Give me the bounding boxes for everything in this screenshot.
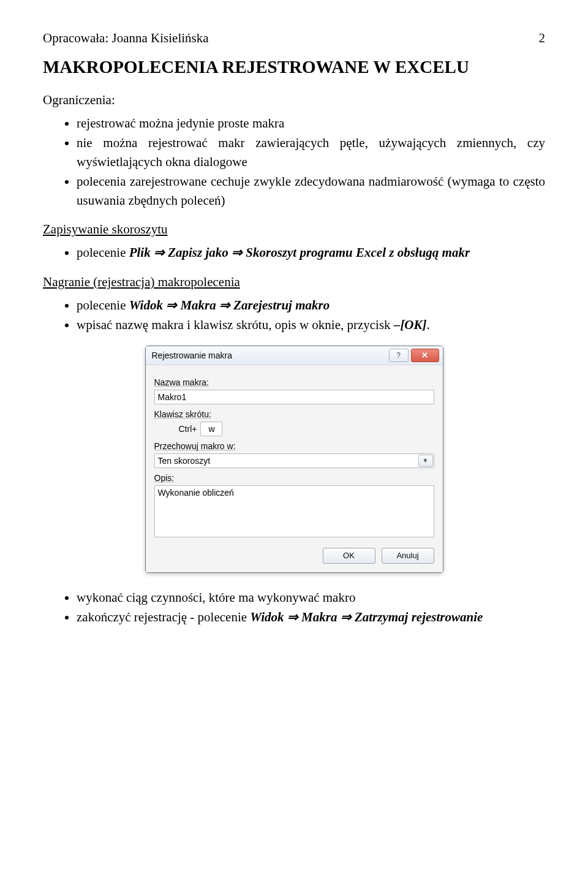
save-list: polecenie Plik ⇒ Zapisz jako ⇒ Skoroszyt…	[43, 243, 545, 262]
dialog-body: Nazwa makra: Klawisz skrótu: Ctrl+ Przec…	[146, 365, 443, 572]
author-line: Opracowała: Joanna Kisielińska	[43, 31, 209, 46]
shortcut-key-input[interactable]	[200, 422, 222, 436]
text: polecenie	[77, 298, 129, 312]
record-heading: Nagranie (rejestracja) makropolecenia	[43, 275, 545, 290]
shortcut-label: Klawisz skrótu:	[154, 409, 434, 419]
ctrl-label: Ctrl+	[179, 424, 197, 434]
after-list: wykonać ciąg czynności, które ma wykonyw…	[43, 588, 545, 627]
help-button[interactable]: ?	[389, 349, 409, 362]
cancel-button[interactable]: Anuluj	[382, 548, 434, 564]
list-item: polecenie Plik ⇒ Zapisz jako ⇒ Skoroszyt…	[77, 243, 545, 262]
page-header: Opracowała: Joanna Kisielińska 2	[43, 31, 545, 46]
record-macro-dialog: Rejestrowanie makra ? ✕ Nazwa makra: Kla…	[145, 346, 443, 573]
shortcut-row: Ctrl+	[179, 422, 434, 436]
macro-name-label: Nazwa makra:	[154, 377, 434, 387]
titlebar-buttons: ? ✕	[389, 349, 439, 362]
page: Opracowała: Joanna Kisielińska 2 MAKROPO…	[0, 0, 588, 662]
ok-ref: –[OK]	[394, 317, 427, 332]
record-list: polecenie Widok ⇒ Makra ⇒ Zarejestruj ma…	[43, 296, 545, 335]
page-title: MAKROPOLECENIA REJESTROWANE W EXCELU	[43, 57, 545, 77]
macro-name-input[interactable]	[154, 390, 434, 404]
limitations-heading: Ograniczenia:	[43, 93, 545, 108]
menu-path: Widok ⇒ Makra ⇒ Zatrzymaj rejestrowanie	[250, 610, 483, 624]
description-textarea[interactable]	[154, 485, 434, 537]
text: .	[427, 317, 430, 332]
page-number: 2	[539, 31, 546, 46]
dialog-footer: OK Anuluj	[154, 548, 434, 564]
help-icon: ?	[396, 351, 401, 360]
list-item: wykonać ciąg czynności, które ma wykonyw…	[77, 588, 545, 607]
save-heading: Zapisywanie skoroszytu	[43, 222, 545, 237]
store-select-wrap: ▼	[154, 453, 434, 468]
list-item: nie można rejestrować makr zawierających…	[77, 134, 545, 171]
menu-path: Plik ⇒ Zapisz jako ⇒ Skoroszyt programu …	[129, 245, 470, 260]
ok-button[interactable]: OK	[323, 548, 375, 564]
close-button[interactable]: ✕	[411, 349, 439, 362]
description-label: Opis:	[154, 473, 434, 483]
store-select[interactable]	[154, 453, 434, 468]
dialog-title: Rejestrowanie makra	[152, 350, 233, 360]
list-item: zakończyć rejestrację - polecenie Widok …	[77, 608, 545, 626]
text: polecenie	[77, 245, 129, 260]
dialog-titlebar[interactable]: Rejestrowanie makra ? ✕	[146, 346, 443, 365]
store-label: Przechowuj makro w:	[154, 441, 434, 451]
list-item: rejestrować można jedynie proste makra	[77, 114, 545, 132]
text: zakończyć rejestrację - polecenie	[77, 610, 250, 624]
menu-path: Widok ⇒ Makra ⇒ Zarejestruj makro	[129, 298, 330, 312]
chevron-down-icon[interactable]: ▼	[418, 455, 433, 467]
list-item: polecenie Widok ⇒ Makra ⇒ Zarejestruj ma…	[77, 296, 545, 314]
close-icon: ✕	[421, 350, 428, 360]
text: wpisać nazwę makra i klawisz skrótu, opi…	[77, 317, 394, 332]
limitations-list: rejestrować można jedynie proste makra n…	[43, 114, 545, 210]
list-item: wpisać nazwę makra i klawisz skrótu, opi…	[77, 316, 545, 334]
list-item: polecenia zarejestrowane cechuje zwykle …	[77, 172, 545, 210]
